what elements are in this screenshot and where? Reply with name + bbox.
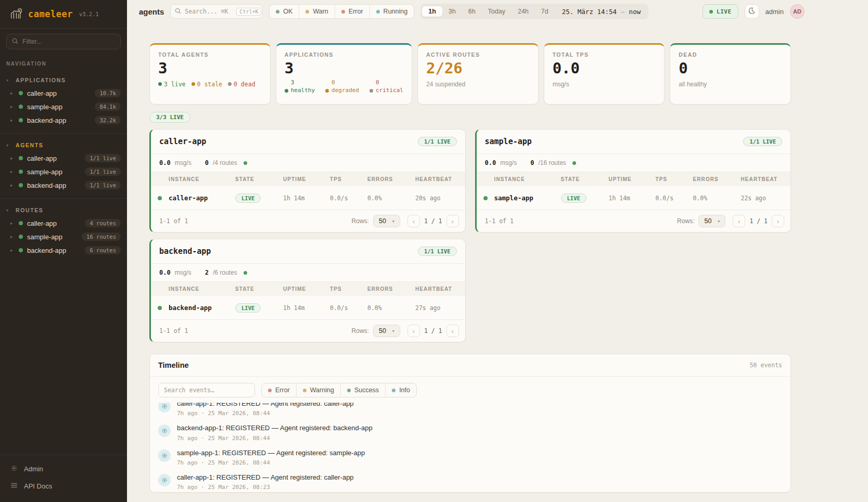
stat-detail: 0 stale bbox=[197, 81, 222, 88]
section-header-routes[interactable]: ▾ ROUTES bbox=[0, 204, 127, 216]
time-range-6h[interactable]: 6h bbox=[462, 6, 482, 17]
filter-error[interactable]: Error bbox=[335, 5, 370, 18]
time-range-1h[interactable]: 1h bbox=[422, 6, 442, 17]
timeline-events-list[interactable]: caller-app-1: REGISTERED — Agent registe… bbox=[150, 403, 790, 492]
sidebar-item-sample-app-routes[interactable]: ▸ sample-app 16 routes bbox=[0, 230, 127, 243]
stat-label: DEAD bbox=[679, 52, 782, 58]
filter-info[interactable]: Info bbox=[386, 383, 416, 397]
page-title: agents bbox=[139, 7, 164, 16]
rows-per-page-select[interactable]: 50 ▾ bbox=[698, 215, 725, 227]
app-card-title[interactable]: sample-app bbox=[485, 137, 532, 146]
timeline-search[interactable] bbox=[158, 383, 255, 397]
time-range-24h[interactable]: 24h bbox=[512, 6, 535, 17]
error-dot bbox=[268, 389, 272, 392]
tps-value: 0.0 bbox=[159, 269, 171, 276]
stat-detail: 0 dead bbox=[234, 81, 256, 88]
time-range-7d[interactable]: 7d bbox=[535, 6, 555, 17]
sidebar-item-caller-app-routes[interactable]: ▸ caller-app 4 routes bbox=[0, 216, 127, 230]
sidebar-item-backend-app-routes[interactable]: ▸ backend-app 6 routes bbox=[0, 243, 127, 257]
stat-detail-label: healthy bbox=[291, 87, 315, 95]
global-search-input[interactable] bbox=[185, 8, 233, 15]
global-search[interactable]: Ctrl+K bbox=[170, 4, 263, 19]
stat-subtitle: msg/s bbox=[553, 81, 656, 88]
sidebar-item-caller-app-agents[interactable]: ▸ caller-app 1/1 live bbox=[0, 151, 127, 165]
row-range-label: 1-1 of 1 bbox=[159, 217, 352, 225]
sidebar-item-sample-app[interactable]: ▸ sample-app 84.1k bbox=[0, 100, 127, 113]
chevron-right-icon: ▸ bbox=[10, 248, 15, 253]
rows-per-page-select[interactable]: 50 ▾ bbox=[373, 325, 400, 337]
status-dot bbox=[19, 91, 23, 95]
rows-per-page-select[interactable]: 50 ▾ bbox=[373, 215, 400, 227]
event-timestamp: 7h ago · 25 Mar 2026, 08:23 bbox=[177, 484, 354, 491]
next-page-button[interactable]: › bbox=[446, 325, 459, 337]
table-row[interactable]: sample-app LIVE 1h 14m 0.0/s 0.0% 22s ag… bbox=[477, 186, 791, 210]
app-card-title[interactable]: caller-app bbox=[159, 137, 206, 146]
chevron-right-icon: ▸ bbox=[10, 183, 15, 188]
next-page-button[interactable]: › bbox=[446, 215, 459, 227]
main-content: TOTAL AGENTS 3 3 live 0 stale 0 dead APP… bbox=[127, 23, 868, 493]
event-timestamp: 7h ago · 25 Mar 2026, 08:44 bbox=[177, 435, 373, 442]
timeline-event[interactable]: caller-app-1: REGISTERED — Agent registe… bbox=[158, 470, 782, 492]
sidebar-filter[interactable] bbox=[6, 34, 121, 49]
tps-unit: msg/s bbox=[175, 269, 192, 276]
live-status-badge[interactable]: LIVE bbox=[703, 4, 738, 19]
avatar[interactable]: AD bbox=[790, 4, 805, 19]
username: admin bbox=[765, 8, 784, 16]
status-dot bbox=[158, 306, 162, 310]
sidebar-item-api-docs[interactable]: API Docs bbox=[0, 478, 127, 495]
sidebar-item-admin[interactable]: Admin bbox=[0, 460, 127, 478]
live-count-badge: 1/1 LIVE bbox=[418, 137, 457, 146]
table-row[interactable]: caller-app LIVE 1h 14m 0.0/s 0.0% 20s ag… bbox=[151, 186, 465, 210]
info-dot bbox=[392, 389, 395, 392]
timeline-search-input[interactable] bbox=[164, 387, 249, 394]
status-dot bbox=[19, 170, 23, 174]
table-row[interactable]: backend-app LIVE 1h 14m 0.0/s 0.0% 27s a… bbox=[151, 296, 465, 320]
health-dot bbox=[572, 161, 576, 165]
warning-dot bbox=[303, 389, 307, 392]
event-timestamp: 7h ago · 25 Mar 2026, 08:44 bbox=[177, 459, 365, 466]
row-range-label: 1-1 of 1 bbox=[159, 327, 352, 334]
timeline-event[interactable]: sample-app-1: REGISTERED — Agent registe… bbox=[158, 445, 782, 470]
count-badge: 10.7k bbox=[95, 89, 121, 97]
app-card-title[interactable]: backend-app bbox=[159, 247, 211, 256]
prev-page-button[interactable]: ‹ bbox=[733, 215, 745, 227]
prev-page-button[interactable]: ‹ bbox=[407, 325, 420, 337]
time-range-selector: 1h 3h 6h Today 24h 7d 25. März 14:54 — n… bbox=[420, 4, 648, 19]
sidebar-item-caller-app[interactable]: ▸ caller-app 10.7k bbox=[0, 86, 127, 100]
sidebar-item-label: backend-app bbox=[27, 247, 81, 254]
search-icon bbox=[12, 37, 18, 46]
count-badge: 1/1 live bbox=[85, 168, 121, 176]
date-separator: — bbox=[621, 8, 625, 16]
sidebar-filter-input[interactable] bbox=[22, 38, 115, 45]
sidebar-item-label: sample-app bbox=[27, 103, 91, 111]
section-header-applications[interactable]: ▾ APPLICATIONS bbox=[0, 74, 127, 86]
routes-active: 2 bbox=[205, 269, 209, 276]
timeline-event[interactable]: backend-app-1: REGISTERED — Agent regist… bbox=[158, 420, 782, 445]
event-title: sample-app-1: REGISTERED — Agent registe… bbox=[177, 449, 365, 457]
time-range-today[interactable]: Today bbox=[482, 6, 512, 17]
time-range-3h[interactable]: 3h bbox=[442, 6, 462, 17]
theme-toggle-button[interactable] bbox=[745, 4, 759, 19]
status-dot bbox=[158, 196, 162, 200]
next-page-button[interactable]: › bbox=[772, 215, 784, 227]
filter-ok[interactable]: OK bbox=[270, 5, 299, 18]
sidebar-item-backend-app[interactable]: ▸ backend-app 32.2k bbox=[0, 113, 127, 127]
cell-heartbeat: 27s ago bbox=[415, 304, 465, 312]
date-end: now bbox=[629, 8, 641, 16]
cell-uptime: 1h 14m bbox=[283, 304, 330, 312]
filter-warn[interactable]: Warn bbox=[299, 5, 335, 18]
section-header-agents[interactable]: ▾ AGENTS bbox=[0, 139, 127, 151]
filter-success[interactable]: Success bbox=[341, 383, 386, 397]
rows-label: Rows: bbox=[677, 217, 694, 225]
filter-error[interactable]: Error bbox=[262, 383, 297, 397]
prev-page-button[interactable]: ‹ bbox=[407, 215, 420, 227]
col-errors: ERRORS bbox=[367, 286, 415, 292]
time-range-display[interactable]: 25. März 14:54 — now bbox=[555, 8, 647, 16]
filter-warning[interactable]: Warning bbox=[297, 383, 341, 397]
critical-dot bbox=[369, 89, 373, 93]
sidebar-item-backend-app-agents[interactable]: ▸ backend-app 1/1 live bbox=[0, 178, 127, 192]
timeline-event[interactable]: caller-app-1: REGISTERED — Agent registe… bbox=[158, 403, 782, 420]
filter-running[interactable]: Running bbox=[370, 5, 414, 18]
col-uptime: UPTIME bbox=[609, 176, 656, 182]
sidebar-item-sample-app-agents[interactable]: ▸ sample-app 1/1 live bbox=[0, 165, 127, 178]
